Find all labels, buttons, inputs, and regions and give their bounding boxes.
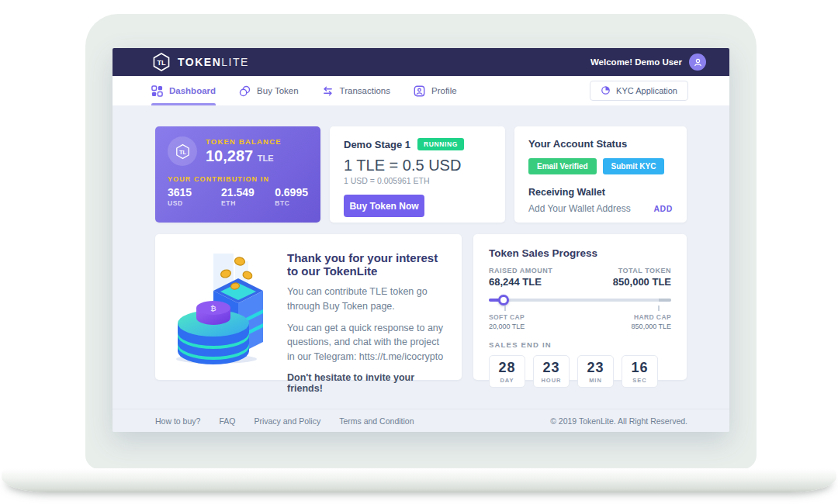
- balance-currency: TLE: [258, 154, 274, 163]
- account-status-title: Your Account Status: [528, 138, 673, 150]
- countdown-days: 28 DAY: [489, 355, 525, 388]
- brand-name: TOKENLITE: [178, 56, 249, 68]
- svg-text:TL: TL: [157, 59, 166, 67]
- sales-countdown: 28 DAY 23 HOUR 23 MIN 16: [489, 355, 671, 388]
- receiving-wallet-title: Receiving Wallet: [528, 187, 673, 198]
- dashboard-icon: [151, 85, 163, 97]
- sales-end-label: SALES END IN: [489, 340, 671, 349]
- contribution-eth: 21.549 ETH: [221, 186, 275, 207]
- token-logo-icon: TL: [168, 136, 197, 166]
- laptop-mockup: TL TOKENLITE Welcome! Demo User: [0, 0, 838, 504]
- tab-label: Dashboard: [169, 86, 216, 95]
- hard-cap-segment: [659, 299, 671, 302]
- tab-label: Transactions: [340, 86, 390, 95]
- running-badge: RUNNING: [417, 138, 464, 150]
- token-stage-card: Demo Stage 1 RUNNING 1 TLE = 0.5 USD 1 U…: [330, 126, 505, 223]
- kyc-button-label: KYC Application: [616, 86, 677, 95]
- copyright-text: © 2019 TokenLite. All Right Reserved.: [550, 416, 687, 426]
- wallet-address-hint: Add Your Wallet Address: [528, 203, 631, 214]
- pie-chart-icon: [601, 85, 611, 97]
- progress-handle[interactable]: [498, 295, 509, 306]
- svg-text:₿: ₿: [210, 305, 216, 312]
- person-icon: [693, 57, 703, 67]
- token-rate: 1 TLE = 0.5 USD: [344, 157, 491, 174]
- tab-label: Profile: [431, 86, 457, 95]
- countdown-hours: 23 HOUR: [533, 355, 570, 388]
- buy-token-now-button[interactable]: Buy Token Now: [344, 195, 424, 217]
- content-area: TL TOKEN BALANCE 10,287 TLE YOUR CONTRIB…: [113, 105, 729, 409]
- slider-track: [489, 299, 671, 302]
- token-balance-card: TL TOKEN BALANCE 10,287 TLE YOUR CONTRIB…: [155, 126, 320, 223]
- profile-icon: [414, 85, 425, 97]
- email-verified-badge: Email Verified: [528, 158, 597, 174]
- coins-icon: [239, 85, 251, 97]
- stage-title: Demo Stage 1: [344, 139, 410, 150]
- contribution-btc: 0.6995 BTC: [275, 186, 308, 207]
- balance-label: TOKEN BALANCE: [206, 137, 282, 146]
- user-avatar[interactable]: [689, 54, 706, 71]
- contribution-label: YOUR CONTRIBUTION IN: [168, 175, 308, 183]
- countdown-seconds: 16 SEC: [622, 355, 658, 388]
- footer-link-how-to-buy[interactable]: How to buy?: [155, 416, 200, 426]
- thanks-paragraph-2: You can get a quick response to any ques…: [287, 321, 448, 364]
- welcome-message-card: ₿ Thank you for your interest to our Tok…: [155, 234, 462, 380]
- brand-logo: TL TOKENLITE: [151, 52, 249, 72]
- footer-link-terms[interactable]: Terms and Condition: [339, 416, 414, 426]
- tab-profile[interactable]: Profile: [414, 76, 457, 105]
- soft-cap: SOFT CAP 20,000 TLE: [489, 313, 525, 330]
- hard-cap-tick: [658, 306, 660, 311]
- progress-title: Token Sales Progress: [489, 247, 671, 259]
- thanks-paragraph-3: Don't hesitate to invite your friends!: [287, 372, 448, 394]
- balance-amount: 10,287 TLE: [206, 147, 282, 165]
- tab-buy-token[interactable]: Buy Token: [239, 76, 299, 105]
- submit-kyc-button[interactable]: Submit KYC: [603, 158, 665, 174]
- top-navbar: TL TOKENLITE Welcome! Demo User: [113, 48, 729, 76]
- raised-amount: RAISED AMOUNT 68,244 TLE: [489, 267, 552, 288]
- footer-link-privacy[interactable]: Privacy and Policy: [254, 416, 320, 426]
- total-token: TOTAL TOKEN 850,000 TLE: [613, 267, 671, 288]
- sales-progress-slider: [489, 295, 671, 306]
- tokenlite-logo-icon: TL: [151, 52, 171, 72]
- tab-label: Buy Token: [257, 86, 299, 95]
- countdown-minutes: 23 MIN: [577, 355, 614, 388]
- svg-text:TL: TL: [178, 148, 186, 155]
- hard-cap: HARD CAP 850,000 TLE: [632, 313, 671, 330]
- soft-cap-tick: [504, 306, 506, 311]
- dashboard-app: TL TOKENLITE Welcome! Demo User: [113, 48, 729, 432]
- account-status-card: Your Account Status Email Verified Submi…: [514, 126, 687, 223]
- main-menu: Dashboard Buy Token: [113, 76, 729, 105]
- app-footer: How to buy? FAQ Privacy and Policy Terms…: [113, 409, 729, 432]
- token-sub-rate: 1 USD = 0.005961 ETH: [344, 176, 491, 185]
- tab-dashboard[interactable]: Dashboard: [151, 76, 216, 105]
- add-wallet-link[interactable]: ADD: [653, 204, 673, 213]
- tab-transactions[interactable]: Transactions: [322, 76, 390, 105]
- footer-link-faq[interactable]: FAQ: [219, 416, 235, 426]
- token-sales-progress-card: Token Sales Progress RAISED AMOUNT 68,24…: [473, 234, 687, 380]
- kyc-application-button[interactable]: KYC Application: [590, 81, 688, 101]
- welcome-text: Welcome! Demo User: [590, 57, 682, 67]
- thanks-title: Thank you for your interest to our Token…: [287, 251, 448, 278]
- coins-illustration: ₿: [163, 247, 279, 368]
- thanks-paragraph-1: You can contribute TLE token go through …: [287, 285, 448, 314]
- laptop-base: [2, 468, 836, 492]
- user-menu: Welcome! Demo User: [590, 54, 706, 71]
- swap-arrows-icon: [322, 85, 334, 97]
- contribution-usd: 3615 USD: [168, 186, 221, 207]
